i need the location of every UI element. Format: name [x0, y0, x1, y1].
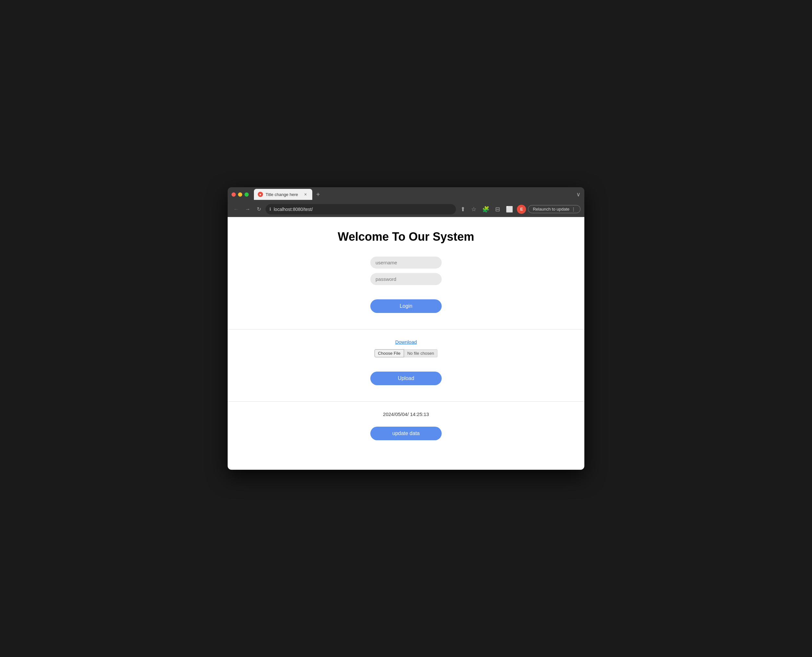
timestamp: 2024/05/04/ 14:25:13	[383, 411, 429, 417]
nav-actions: ⬆ ☆ 🧩 ⊟ ⬜ E Relaunch to update ⋮	[459, 204, 581, 214]
no-file-label: No file chosen	[404, 349, 437, 357]
reader-mode-button[interactable]: ⬜	[504, 204, 515, 214]
file-input-area: Choose File No file chosen	[375, 349, 438, 357]
close-traffic-light[interactable]	[231, 192, 236, 197]
download-link[interactable]: Download	[395, 339, 417, 345]
back-icon: ←	[233, 206, 239, 212]
page-content: Welcome To Our System Login Download Cho…	[228, 217, 584, 470]
share-button[interactable]: ⬆	[459, 204, 467, 214]
tab-expand-icon[interactable]: ∨	[576, 191, 581, 198]
title-bar: ♥ Title change here × + ∨	[228, 187, 584, 201]
address-info-icon: ℹ	[270, 207, 271, 212]
extensions-icon: 🧩	[482, 206, 489, 213]
relaunch-label: Relaunch to update	[533, 207, 570, 212]
login-form: Login	[234, 257, 578, 313]
extensions-button[interactable]: 🧩	[480, 204, 491, 214]
browser-window: ♥ Title change here × + ∨ ← → ↻ ℹ localh…	[228, 187, 584, 470]
browser-tab[interactable]: ♥ Title change here ×	[254, 189, 312, 200]
update-data-button[interactable]: update data	[370, 427, 442, 440]
minimize-traffic-light[interactable]	[238, 192, 242, 197]
username-input[interactable]	[370, 257, 442, 269]
new-tab-button[interactable]: +	[314, 191, 322, 198]
reload-button[interactable]: ↻	[255, 205, 263, 213]
login-section: Welcome To Our System Login	[228, 217, 584, 330]
login-button[interactable]: Login	[370, 299, 442, 313]
tab-favicon-icon: ♥	[258, 192, 263, 197]
forward-icon: →	[245, 206, 250, 212]
choose-file-button[interactable]: Choose File	[375, 349, 404, 357]
tab-search-icon: ⊟	[495, 206, 500, 213]
back-button[interactable]: ←	[231, 205, 240, 213]
upload-section: Download Choose File No file chosen Uplo…	[228, 330, 584, 402]
bookmark-button[interactable]: ☆	[469, 204, 478, 214]
forward-button[interactable]: →	[243, 205, 252, 213]
page-heading: Welcome To Our System	[338, 230, 475, 244]
relaunch-more-icon: ⋮	[572, 207, 576, 212]
share-icon: ⬆	[461, 206, 465, 213]
reader-mode-icon: ⬜	[506, 206, 513, 213]
bookmark-icon: ☆	[471, 206, 476, 213]
avatar-letter: E	[520, 207, 523, 212]
address-text: localhost:8080/test/	[274, 207, 313, 212]
relaunch-button[interactable]: Relaunch to update ⋮	[528, 205, 581, 213]
upload-button[interactable]: Upload	[370, 372, 442, 385]
address-bar[interactable]: ℹ localhost:8080/test/	[265, 204, 456, 215]
tab-search-button[interactable]: ⊟	[493, 204, 502, 214]
reload-icon: ↻	[257, 206, 261, 212]
tab-close-icon[interactable]: ×	[303, 191, 308, 197]
user-avatar[interactable]: E	[517, 205, 526, 214]
traffic-lights	[231, 192, 249, 197]
tab-area: ♥ Title change here × + ∨	[254, 189, 581, 200]
tab-title: Title change here	[265, 192, 300, 197]
nav-bar: ← → ↻ ℹ localhost:8080/test/ ⬆ ☆ 🧩 ⊟	[228, 201, 584, 217]
update-section: 2024/05/04/ 14:25:13 update data	[228, 402, 584, 460]
password-input[interactable]	[370, 273, 442, 285]
maximize-traffic-light[interactable]	[245, 192, 249, 197]
